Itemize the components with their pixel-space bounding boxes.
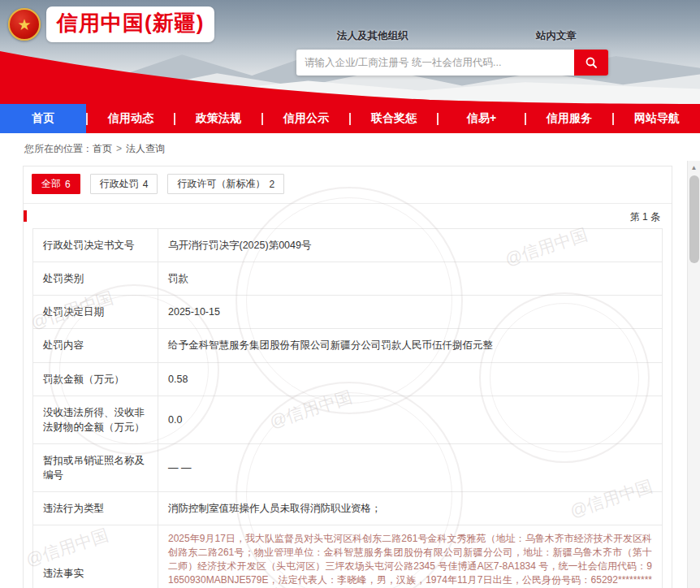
nav-item-credit-services[interactable]: 信用服务 — [526, 104, 612, 133]
tab-license-count: 2 — [269, 179, 274, 190]
breadcrumb-current[interactable]: 法人查询 — [126, 142, 165, 156]
tab-administrative-license[interactable]: 行政许可（新标准） 2 — [167, 174, 284, 194]
main-nav: 首页 信用动态 政策法规 信用公示 联合奖惩 信易+ 信用服务 网站导航 — [0, 104, 700, 133]
site-header: ★ 信用中国(新疆) 法人及其他组织 站内文章 — [0, 0, 700, 104]
search-input[interactable] — [296, 50, 574, 76]
row-value-fine-amount: 0.58 — [158, 362, 663, 396]
table-row: 行政处罚决定书文号 乌开消行罚决字(2025)第0049号 — [33, 229, 663, 262]
breadcrumb: 您所在的位置： 首页 > 法人查询 — [0, 133, 700, 164]
table-row: 处罚内容 给予金科智慧服务集团股份有限公司新疆分公司罚款人民币伍仟捌佰元整 — [33, 329, 663, 362]
top-link-site-articles[interactable]: 站内文章 — [536, 29, 577, 43]
row-value-violation-type: 消防控制室值班操作人员未取得消防职业资格； — [158, 492, 663, 525]
nav-item-joint-rewards-punishments[interactable]: 联合奖惩 — [351, 104, 437, 133]
results-card: 全部 6 行政处罚 4 行政许可（新标准） 2 第 1 条 行政处罚决定书文号 … — [23, 166, 672, 588]
row-value-decision-number: 乌开消行罚决字(2025)第0049号 — [158, 229, 663, 262]
table-row: 罚款金额（万元） 0.58 — [33, 362, 663, 396]
row-label-decision-date: 处罚决定日期 — [33, 296, 158, 329]
row-value-penalty-category: 罚款 — [158, 262, 663, 296]
search-bar — [296, 50, 608, 76]
table-row: 暂扣或吊销证照名称及编号 — — — [33, 443, 663, 491]
row-label-confiscation-amount: 没收违法所得、没收非法财物的金额（万元） — [33, 396, 158, 443]
scrollbar-up-arrow-icon[interactable]: ▲ — [688, 161, 700, 174]
table-row: 没收违法所得、没收非法财物的金额（万元） 0.0 — [33, 396, 663, 443]
table-row: 处罚类别 罚款 — [33, 262, 663, 296]
row-label-violation-type: 违法行为类型 — [33, 492, 158, 525]
row-value-license-revocation: — — — [158, 443, 663, 491]
table-row: 违法事实 2025年9月17日，我大队监督员对头屯河区科创东二路261号金科文秀… — [33, 525, 663, 588]
search-button[interactable] — [574, 50, 608, 76]
record-header: 第 1 条 — [24, 204, 672, 228]
breadcrumb-home[interactable]: 首页 — [93, 142, 112, 156]
row-label-decision-number: 行政处罚决定书文号 — [33, 229, 158, 262]
tab-administrative-penalty[interactable]: 行政处罚 4 — [90, 174, 158, 194]
row-label-penalty-category: 处罚类别 — [33, 262, 158, 296]
page: ★ 信用中国(新疆) 法人及其他组织 站内文章 首页 信用动态 政策法规 信用公… — [0, 0, 700, 588]
top-link-legal-entity[interactable]: 法人及其他组织 — [337, 29, 408, 43]
national-emblem-logo: ★ — [8, 8, 41, 41]
nav-item-credit-dynamics[interactable]: 信用动态 — [88, 104, 174, 133]
site-brand[interactable]: ★ 信用中国(新疆) — [8, 6, 214, 42]
tab-all[interactable]: 全部 6 — [32, 174, 80, 194]
row-value-decision-date: 2025-10-15 — [158, 296, 663, 329]
nav-item-policies[interactable]: 政策法规 — [175, 104, 261, 133]
nav-item-site-map[interactable]: 网站导航 — [614, 104, 700, 133]
tab-all-label: 全部 — [41, 177, 61, 191]
row-value-confiscation-amount: 0.0 — [158, 396, 663, 443]
site-title: 信用中国(新疆) — [57, 11, 204, 35]
row-label-violation-facts: 违法事实 — [33, 525, 158, 588]
row-label-fine-amount: 罚款金额（万元） — [33, 362, 158, 396]
row-label-license-revocation: 暂扣或吊销证照名称及编号 — [33, 443, 158, 491]
tab-license-label: 行政许可（新标准） — [177, 177, 265, 191]
site-title-plate: 信用中国(新疆) — [46, 6, 214, 42]
tab-all-count: 6 — [65, 179, 71, 190]
nav-item-xinyi-plus[interactable]: 信易+ — [439, 104, 525, 133]
nav-item-home[interactable]: 首页 — [0, 104, 86, 133]
breadcrumb-prefix: 您所在的位置： — [24, 142, 93, 156]
row-label-penalty-content: 处罚内容 — [33, 329, 158, 362]
tab-penalty-label: 行政处罚 — [100, 177, 139, 191]
page-scrollbar[interactable]: ▲ — [687, 161, 700, 588]
tab-penalty-count: 4 — [143, 179, 149, 190]
breadcrumb-separator: > — [116, 143, 122, 154]
table-row: 处罚决定日期 2025-10-15 — [33, 296, 663, 329]
scrollbar-thumb[interactable] — [689, 175, 699, 263]
record-accent-bar — [24, 210, 27, 222]
table-row: 违法行为类型 消防控制室值班操作人员未取得消防职业资格； — [33, 492, 663, 525]
filter-tabs: 全部 6 行政处罚 4 行政许可（新标准） 2 — [24, 166, 672, 204]
nav-item-credit-publicity[interactable]: 信用公示 — [263, 104, 349, 133]
row-value-violation-facts: 2025年9月17日，我大队监督员对头屯河区科创东二路261号金科文秀雅苑（地址… — [158, 525, 663, 588]
penalty-detail-table: 行政处罚决定书文号 乌开消行罚决字(2025)第0049号 处罚类别 罚款 处罚… — [32, 228, 663, 588]
search-icon — [585, 56, 598, 69]
record-index: 第 1 条 — [630, 210, 660, 224]
row-value-penalty-content: 给予金科智慧服务集团股份有限公司新疆分公司罚款人民币伍仟捌佰元整 — [158, 329, 663, 362]
